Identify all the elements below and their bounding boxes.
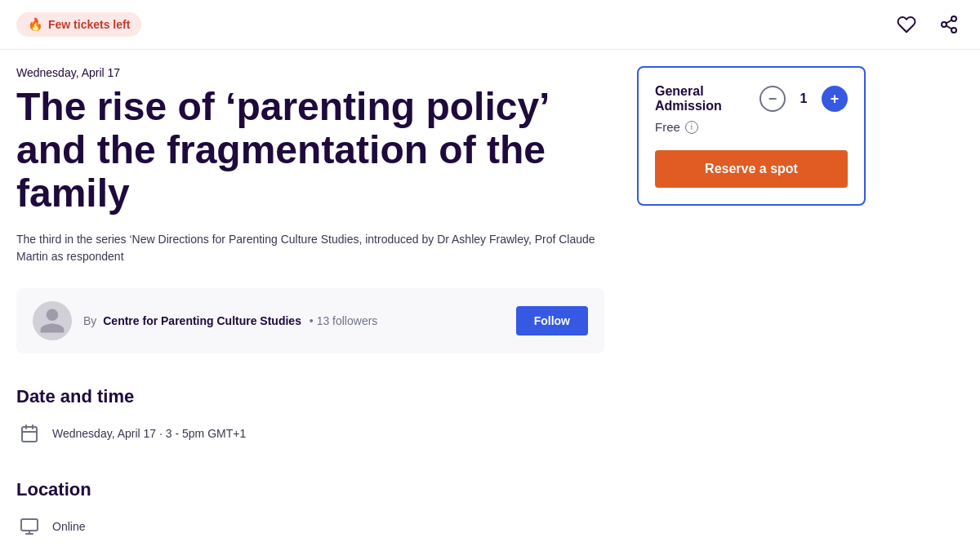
share-button[interactable] bbox=[934, 10, 964, 39]
ticket-box: General Admission − 1 + Free i Reserve a… bbox=[637, 66, 866, 206]
ticket-price-label: Free bbox=[655, 120, 680, 134]
location-row: Online bbox=[16, 513, 604, 540]
ticket-type-row: General Admission − 1 + bbox=[655, 84, 848, 113]
quantity-control: − 1 + bbox=[760, 86, 848, 112]
location-title: Location bbox=[16, 479, 604, 500]
date-time-section: Date and time Wednesday, April 17 · 3 - … bbox=[16, 386, 604, 447]
svg-rect-5 bbox=[22, 427, 37, 442]
info-icon[interactable]: i bbox=[685, 121, 698, 134]
badge-label: Few tickets left bbox=[48, 18, 130, 31]
quantity-decrease-button[interactable]: − bbox=[760, 86, 786, 112]
main-content: Wednesday, April 17 The rise of ‘parenti… bbox=[0, 50, 980, 551]
calendar-icon bbox=[16, 420, 42, 447]
quantity-value: 1 bbox=[795, 91, 812, 106]
event-date-label: Wednesday, April 17 bbox=[16, 66, 604, 79]
ticket-price-row: Free i bbox=[655, 120, 848, 134]
heart-icon bbox=[897, 15, 916, 34]
by-label: By bbox=[83, 314, 96, 327]
organizer-box: By Centre for Parenting Culture Studies … bbox=[16, 288, 604, 353]
monitor-icon bbox=[16, 513, 42, 540]
follow-button[interactable]: Follow bbox=[516, 306, 588, 335]
few-tickets-badge: 🔥 Few tickets left bbox=[16, 12, 141, 37]
fire-icon: 🔥 bbox=[28, 17, 43, 32]
svg-rect-9 bbox=[21, 519, 38, 531]
event-title: The rise of ‘parenting policy’ and the f… bbox=[16, 86, 604, 215]
quantity-increase-button[interactable]: + bbox=[822, 86, 848, 112]
ticket-type-label: General Admission bbox=[655, 84, 760, 113]
svg-line-3 bbox=[947, 26, 952, 29]
date-time-row: Wednesday, April 17 · 3 - 5pm GMT+1 bbox=[16, 420, 604, 447]
top-bar: 🔥 Few tickets left bbox=[0, 0, 980, 50]
organizer-avatar bbox=[33, 301, 72, 340]
right-column: General Admission − 1 + Free i Reserve a… bbox=[637, 66, 866, 551]
date-time-title: Date and time bbox=[16, 386, 604, 407]
reserve-button[interactable]: Reserve a spot bbox=[655, 150, 848, 188]
top-bar-actions bbox=[892, 10, 964, 39]
location-value: Online bbox=[52, 520, 85, 533]
organizer-followers: • 13 followers bbox=[310, 314, 378, 327]
share-icon bbox=[939, 15, 959, 34]
organizer-name[interactable]: Centre for Parenting Culture Studies bbox=[103, 314, 301, 327]
date-time-value: Wednesday, April 17 · 3 - 5pm GMT+1 bbox=[52, 427, 246, 440]
avatar-icon bbox=[38, 306, 67, 335]
left-column: Wednesday, April 17 The rise of ‘parenti… bbox=[16, 66, 604, 551]
save-button[interactable] bbox=[892, 10, 921, 39]
svg-line-4 bbox=[947, 20, 952, 24]
location-section: Location Online bbox=[16, 479, 604, 540]
event-description: The third in the series ‘New Directions … bbox=[16, 231, 604, 265]
organizer-info: By Centre for Parenting Culture Studies … bbox=[83, 314, 505, 327]
